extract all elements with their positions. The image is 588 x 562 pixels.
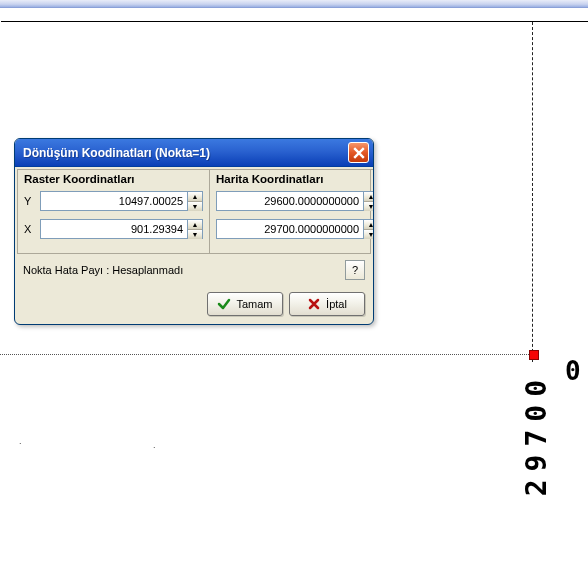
map-vertical-guideline: [532, 22, 533, 362]
dialog-title: Dönüşüm Koodinatları (Nokta=1): [23, 146, 348, 160]
help-button[interactable]: ?: [345, 260, 365, 280]
harita-x-input[interactable]: [216, 219, 363, 239]
harita-x-spin-down[interactable]: ▼: [364, 230, 374, 239]
coordinate-annotation-0: 0: [565, 356, 581, 386]
check-icon: [217, 297, 231, 311]
raster-x-spin-down[interactable]: ▼: [188, 230, 202, 239]
control-point-marker[interactable]: [529, 350, 539, 360]
raster-x-input[interactable]: [40, 219, 187, 239]
harita-y-input[interactable]: [216, 191, 363, 211]
raster-y-spin-up[interactable]: ▲: [188, 192, 202, 202]
harita-panel-header: Harita Koordinatları: [210, 170, 374, 191]
ok-button[interactable]: Tamam: [207, 292, 283, 316]
harita-panel: Harita Koordinatları ▲ ▼: [209, 169, 374, 253]
harita-x-spin-up[interactable]: ▲: [364, 220, 374, 230]
close-icon: [353, 147, 365, 159]
map-horizontal-guideline: [0, 354, 535, 355]
cancel-button-label: İptal: [326, 298, 347, 310]
point-error-label: Nokta Hata Payı : Hesaplanmadı: [23, 264, 339, 276]
dialog-titlebar[interactable]: Dönüşüm Koodinatları (Nokta=1): [15, 139, 373, 167]
canvas-top-border: [1, 21, 588, 22]
raster-x-label: X: [24, 223, 36, 235]
raster-y-label: Y: [24, 195, 36, 207]
raster-y-spin-down[interactable]: ▼: [188, 202, 202, 211]
raster-panel-header: Raster Koordinatları: [18, 170, 209, 191]
close-button[interactable]: [348, 142, 369, 163]
ok-button-label: Tamam: [236, 298, 272, 310]
raster-y-input[interactable]: [40, 191, 187, 211]
tick-mark: .: [19, 436, 22, 446]
raster-panel: Raster Koordinatları Y ▲ ▼ X: [18, 169, 209, 253]
harita-y-spin-up[interactable]: ▲: [364, 192, 374, 202]
harita-y-spin-down[interactable]: ▼: [364, 202, 374, 211]
raster-x-spin-up[interactable]: ▲: [188, 220, 202, 230]
transform-coordinates-dialog: Dönüşüm Koodinatları (Nokta=1) Raster Ko…: [14, 138, 374, 325]
cancel-icon: [307, 297, 321, 311]
coordinate-annotation-y: 29700: [520, 372, 553, 496]
tick-mark: .: [153, 440, 156, 450]
cancel-button[interactable]: İptal: [289, 292, 365, 316]
app-menubar-strip: [0, 0, 588, 8]
